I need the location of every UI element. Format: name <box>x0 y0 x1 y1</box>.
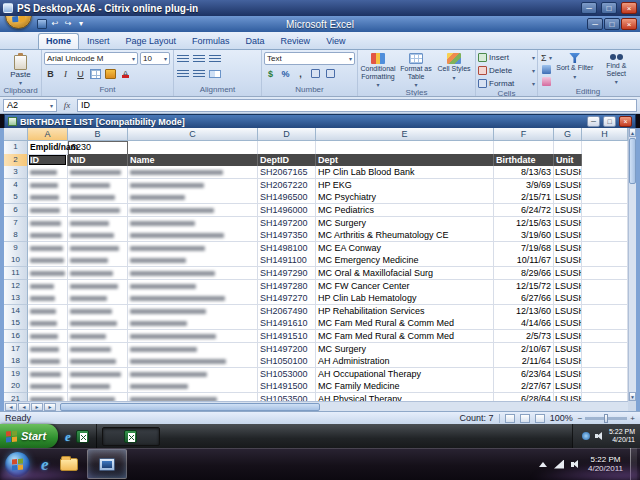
cell-id-r17[interactable] <box>28 343 68 356</box>
cell-nid-r4[interactable] <box>68 179 128 192</box>
cell-name-r4[interactable] <box>128 179 258 192</box>
cell-nid-r17[interactable] <box>68 343 128 356</box>
zoom-slider[interactable]: − + <box>578 414 635 423</box>
cell-name-r14[interactable] <box>128 305 258 318</box>
cell-birthdate-r3[interactable]: 8/13/63 <box>494 166 554 179</box>
tab-page-layout[interactable]: Page Layout <box>118 33 185 49</box>
cell-unit-r17[interactable]: LSUSH <box>554 343 582 356</box>
row-header-1[interactable]: 1 <box>4 141 28 155</box>
column-header-C[interactable]: C <box>128 128 258 141</box>
cell-nid-r20[interactable] <box>68 380 128 393</box>
cell-E1[interactable] <box>316 141 494 155</box>
cell-nid-r7[interactable] <box>68 217 128 230</box>
tray-overflow-icon[interactable] <box>539 462 547 467</box>
row-header-15[interactable]: 15 <box>4 317 28 330</box>
tab-home[interactable]: Home <box>38 33 79 49</box>
cell-dept-r10[interactable]: MC Emergency Medicine <box>316 254 494 267</box>
cell-nid-r21[interactable] <box>68 393 128 401</box>
scroll-up-icon[interactable]: ▲ <box>629 128 636 137</box>
row-header-3[interactable]: 3 <box>4 166 28 179</box>
row-header-12[interactable]: 12 <box>4 280 28 293</box>
cell-deptid-r13[interactable]: SH1497270 <box>258 292 316 305</box>
page-break-view-button[interactable] <box>535 414 545 423</box>
cell-id-r21[interactable] <box>28 393 68 401</box>
cell-nid-r16[interactable] <box>68 330 128 343</box>
zoom-thumb[interactable] <box>604 414 608 423</box>
formula-input[interactable]: ID <box>77 99 637 112</box>
volume-icon[interactable] <box>595 432 604 440</box>
cell-dept-r5[interactable]: MC Psychiatry <box>316 191 494 204</box>
cell-id-r13[interactable] <box>28 292 68 305</box>
cell-id-r19[interactable] <box>28 368 68 381</box>
align-middle-button[interactable] <box>192 52 206 65</box>
column-header-H[interactable]: H <box>582 128 628 141</box>
tab-view[interactable]: View <box>318 33 353 49</box>
cell-unit-r14[interactable]: LSUSH <box>554 305 582 318</box>
cell-deptid-r18[interactable]: SH1050100 <box>258 355 316 368</box>
cell-dept-r13[interactable]: HP Clin Lab Hematology <box>316 292 494 305</box>
cell-deptid-r20[interactable]: SH1491500 <box>258 380 316 393</box>
cell-deptid-r14[interactable]: SH2067490 <box>258 305 316 318</box>
start-orb-button[interactable] <box>5 452 30 477</box>
cell-deptid-r6[interactable]: SH1496000 <box>258 204 316 217</box>
cell-deptid-r11[interactable]: SH1497290 <box>258 267 316 280</box>
cell-id-r20[interactable] <box>28 380 68 393</box>
comma-format-button[interactable]: , <box>294 67 307 80</box>
format-as-table-button[interactable]: Format as Table ▾ <box>398 52 434 88</box>
row-header-10[interactable]: 10 <box>4 254 28 267</box>
cell-header-nid[interactable]: NID <box>68 154 128 167</box>
tab-data[interactable]: Data <box>238 33 273 49</box>
cell-unit-r13[interactable]: LSUSH <box>554 292 582 305</box>
horizontal-scroll-thumb[interactable] <box>60 403 320 411</box>
increase-decimal-button[interactable] <box>309 67 322 80</box>
cell-nid-r14[interactable] <box>68 305 128 318</box>
decrease-decimal-button[interactable] <box>324 67 337 80</box>
remote-start-button[interactable]: Start <box>0 424 58 448</box>
cell-nid-r8[interactable] <box>68 229 128 242</box>
align-center-button[interactable] <box>192 67 206 80</box>
excel-close-button[interactable]: × <box>621 18 637 30</box>
cell-dept-r11[interactable]: MC Oral & Maxillofacial Surg <box>316 267 494 280</box>
row-header-19[interactable]: 19 <box>4 368 28 381</box>
cell-deptid-r21[interactable]: SH1053500 <box>258 393 316 401</box>
cell-dept-r21[interactable]: AH Physical Therapy <box>316 393 494 401</box>
cell-dept-r14[interactable]: HP Rehabilitation Services <box>316 305 494 318</box>
zoom-in-icon[interactable]: + <box>630 414 635 423</box>
row-header-16[interactable]: 16 <box>4 330 28 343</box>
cell-nid-r3[interactable] <box>68 166 128 179</box>
tab-insert[interactable]: Insert <box>79 33 118 49</box>
cell-deptid-r9[interactable]: SH1498100 <box>258 242 316 255</box>
workbook-titlebar[interactable]: BIRTHDATE LIST [Compatibility Mode] ─ □ … <box>4 114 636 128</box>
cell-id-r3[interactable] <box>28 166 68 179</box>
cell-name-r20[interactable] <box>128 380 258 393</box>
zoom-level[interactable]: 100% <box>550 413 573 423</box>
cell-unit-r9[interactable]: LSUSH <box>554 242 582 255</box>
explorer-folder-button[interactable] <box>60 458 78 471</box>
percent-format-button[interactable]: % <box>279 67 292 80</box>
citrix-close-button[interactable]: × <box>621 2 637 14</box>
cell-header-unit[interactable]: Unit <box>554 154 582 167</box>
cell-nid-r9[interactable] <box>68 242 128 255</box>
cell-nid-r10[interactable] <box>68 254 128 267</box>
cell-H-r3[interactable] <box>582 166 628 179</box>
cell-header-name[interactable]: Name <box>128 154 258 167</box>
cell-deptid-r8[interactable]: SH1497350 <box>258 229 316 242</box>
cell-birthdate-r17[interactable]: 2/10/67 <box>494 343 554 356</box>
cell-dept-r7[interactable]: MC Surgery <box>316 217 494 230</box>
speaker-icon[interactable] <box>571 460 581 469</box>
cell-nid-r19[interactable] <box>68 368 128 381</box>
vertical-scroll-thumb[interactable] <box>629 138 636 184</box>
host-ie-button[interactable]: e <box>41 456 49 473</box>
delete-cells-button[interactable]: Delete ▾ <box>478 65 535 76</box>
italic-button[interactable]: I <box>59 67 72 80</box>
cell-birthdate-r5[interactable]: 2/15/71 <box>494 191 554 204</box>
cell-name-r11[interactable] <box>128 267 258 280</box>
zoom-track[interactable] <box>585 417 627 420</box>
next-sheet-icon[interactable]: ► <box>31 403 43 411</box>
cell-nid-r13[interactable] <box>68 292 128 305</box>
row-header-7[interactable]: 7 <box>4 217 28 230</box>
cell-birthdate-r14[interactable]: 12/13/60 <box>494 305 554 318</box>
cell-birthdate-r18[interactable]: 2/11/64 <box>494 355 554 368</box>
row-header-11[interactable]: 11 <box>4 267 28 280</box>
cell-dept-r8[interactable]: MC Arthritis & Rheumatology CE <box>316 229 494 242</box>
